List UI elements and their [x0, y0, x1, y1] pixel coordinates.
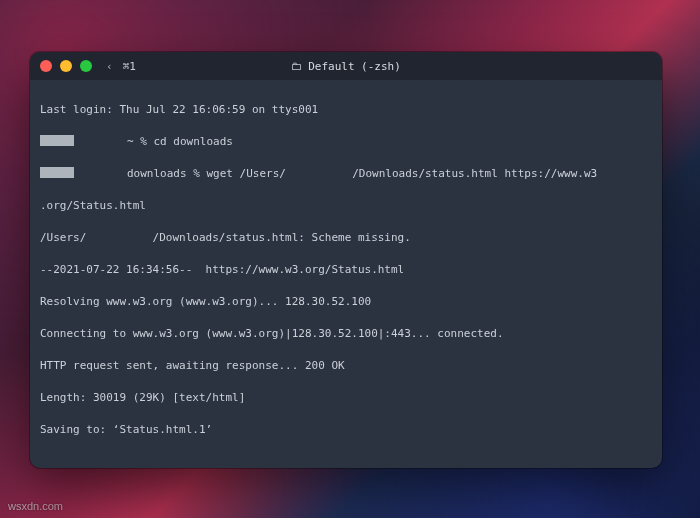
output-line: . ~ % cd downloads — [40, 134, 652, 150]
window-title-text: Default (-zsh) — [308, 60, 401, 73]
output-line: . downloads % wget /Users/ /Downloads/st… — [40, 166, 652, 182]
folder-icon: 🗀 — [291, 60, 302, 73]
titlebar-left-cluster: ‹ ⌘1 — [106, 60, 136, 73]
output-line: --2021-07-22 16:34:56-- https://www.w3.o… — [40, 262, 652, 278]
terminal-window: ‹ ⌘1 🗀 Default (-zsh) Last login: Thu Ju… — [30, 52, 662, 468]
titlebar[interactable]: ‹ ⌘1 🗀 Default (-zsh) — [30, 52, 662, 80]
output-line: Last login: Thu Jul 22 16:06:59 on ttys0… — [40, 102, 652, 118]
output-line: .org/Status.html — [40, 198, 652, 214]
chevron-left-icon: ‹ — [106, 60, 113, 73]
close-button[interactable] — [40, 60, 52, 72]
output-line: Saving to: ‘Status.html.1’ — [40, 422, 652, 438]
output-line: Resolving www.w3.org (www.w3.org)... 128… — [40, 294, 652, 310]
output-line: /Users/ /Downloads/status.html: Scheme m… — [40, 230, 652, 246]
output-line: Connecting to www.w3.org (www.w3.org)|12… — [40, 326, 652, 342]
redacted-host: . — [40, 135, 74, 146]
terminal-output[interactable]: Last login: Thu Jul 22 16:06:59 on ttys0… — [30, 80, 662, 468]
redacted-host: . — [40, 167, 74, 178]
output-line: Length: 30019 (29K) [text/html] — [40, 390, 652, 406]
watermark-text: wsxdn.com — [8, 500, 63, 512]
output-line: HTTP request sent, awaiting response... … — [40, 358, 652, 374]
shortcut-hint: ⌘1 — [123, 60, 136, 73]
zoom-button[interactable] — [80, 60, 92, 72]
minimize-button[interactable] — [60, 60, 72, 72]
traffic-lights — [40, 60, 92, 72]
